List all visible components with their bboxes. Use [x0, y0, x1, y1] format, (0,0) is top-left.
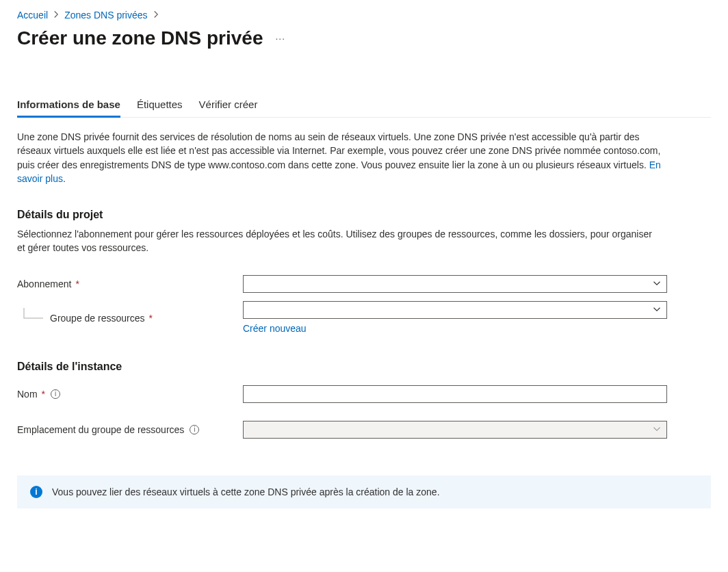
- tab-basics[interactable]: Informations de base: [17, 99, 120, 118]
- location-label: Emplacement du groupe de ressources i: [17, 424, 243, 435]
- more-actions-button[interactable]: ···: [275, 33, 285, 44]
- name-input[interactable]: [243, 385, 667, 403]
- subscription-dropdown[interactable]: [243, 275, 667, 293]
- required-asterisk: *: [149, 313, 153, 324]
- tree-connector-icon: [17, 308, 46, 328]
- chevron-down-icon: [653, 424, 661, 435]
- location-label-text: Emplacement du groupe de ressources: [17, 424, 184, 435]
- subscription-label: Abonnement *: [17, 278, 243, 289]
- breadcrumb-home[interactable]: Accueil: [17, 10, 48, 21]
- chevron-down-icon: [653, 278, 661, 289]
- subscription-label-text: Abonnement: [17, 278, 71, 289]
- chevron-right-icon: [151, 10, 161, 21]
- resource-group-dropdown[interactable]: [243, 301, 667, 319]
- location-dropdown: [243, 421, 667, 439]
- tab-review[interactable]: Vérifier créer: [199, 99, 258, 117]
- info-icon[interactable]: i: [51, 389, 60, 399]
- create-new-link[interactable]: Créer nouveau: [243, 323, 307, 334]
- required-asterisk: *: [75, 278, 79, 289]
- tab-tags[interactable]: Étiquettes: [137, 99, 183, 117]
- tabs: Informations de base Étiquettes Vérifier…: [17, 99, 711, 118]
- resource-group-label: Groupe de ressources *: [17, 308, 243, 328]
- breadcrumb-zones[interactable]: Zones DNS privées: [64, 10, 147, 21]
- section-title-project: Détails du projet: [17, 209, 711, 221]
- breadcrumb: Accueil Zones DNS privées: [17, 10, 711, 21]
- name-label: Nom * i: [17, 389, 243, 400]
- info-icon[interactable]: i: [190, 425, 199, 434]
- description-body: Une zone DNS privée fournit des services…: [17, 131, 660, 170]
- info-icon: i: [30, 486, 42, 498]
- info-banner-text: Vous pouvez lier des réseaux virtuels à …: [52, 486, 440, 497]
- info-banner: i Vous pouvez lier des réseaux virtuels …: [17, 476, 711, 508]
- name-label-text: Nom: [17, 389, 38, 400]
- chevron-right-icon: [51, 10, 62, 21]
- section-title-instance: Détails de l'instance: [17, 361, 711, 373]
- section-desc-project: Sélectionnez l'abonnement pour gérer les…: [17, 228, 660, 255]
- description-text: Une zone DNS privée fournit des services…: [17, 130, 674, 185]
- required-asterisk: *: [42, 389, 45, 400]
- page-title: Créer une zone DNS privée: [17, 27, 263, 49]
- resource-group-label-text: Groupe de ressources: [50, 313, 145, 324]
- chevron-down-icon: [653, 304, 661, 315]
